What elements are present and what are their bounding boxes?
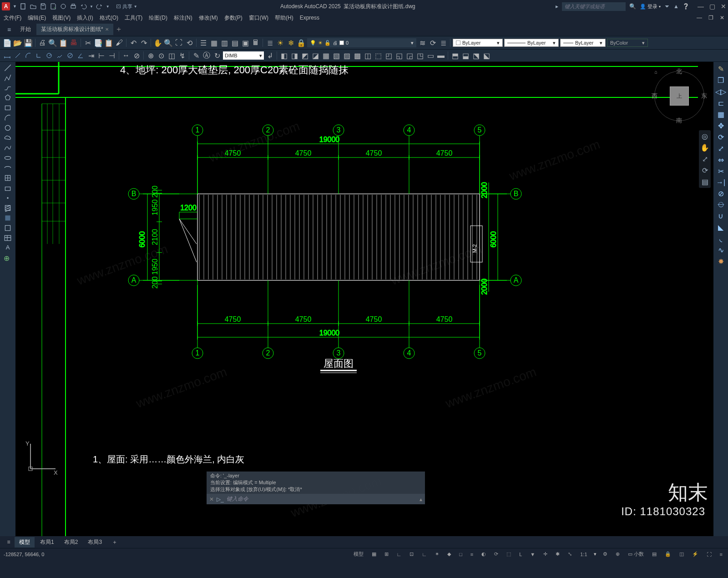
dynamic-input-icon[interactable]: ⊡ xyxy=(408,550,415,558)
dim-aligned-icon[interactable] xyxy=(13,51,22,60)
tool-n-icon[interactable]: ◳ xyxy=(415,51,425,60)
redo-dropdown-icon[interactable]: ▼ xyxy=(106,5,110,9)
polygon-icon[interactable] xyxy=(4,94,12,102)
login-button[interactable]: 👤 登录 ▾ xyxy=(640,3,661,10)
undo-icon[interactable] xyxy=(80,3,87,10)
tab-hamburger-icon[interactable]: ≡ xyxy=(4,24,15,35)
command-line[interactable]: ✕ ▷_ 键入命令 ▴ xyxy=(207,494,425,504)
polar-icon[interactable]: ✶ xyxy=(433,550,441,558)
color-dropdown[interactable]: ByLayer▾ xyxy=(453,39,503,47)
zoom-prev-icon[interactable]: ⟲ xyxy=(185,38,194,47)
undo-dropdown-icon[interactable]: ▼ xyxy=(90,5,93,9)
viewcube-west[interactable]: 西 xyxy=(652,92,657,100)
tool-f-icon[interactable]: ▧ xyxy=(332,51,341,60)
3dosnap-icon[interactable]: ⬚ xyxy=(505,550,513,558)
tool-m-icon[interactable]: ◲ xyxy=(405,51,414,60)
minimize-icon[interactable]: — xyxy=(698,3,704,10)
viewcube-top[interactable]: 上 xyxy=(670,86,689,106)
ortho-icon[interactable]: ∟ xyxy=(420,551,429,558)
search-caret-icon[interactable]: ▸ xyxy=(556,3,558,10)
new-icon[interactable]: 📄 xyxy=(3,38,12,47)
cycling-icon[interactable]: ⟳ xyxy=(492,550,500,558)
quickprops-icon[interactable]: ▤ xyxy=(650,550,658,558)
dim-ordinate-icon[interactable] xyxy=(34,51,43,60)
markup-icon[interactable]: ▣ xyxy=(241,38,250,47)
save-icon[interactable] xyxy=(40,3,47,10)
gradient-icon[interactable] xyxy=(4,214,12,222)
batch-plot-icon[interactable]: 🖶 xyxy=(69,38,78,47)
revcloud-icon[interactable] xyxy=(4,134,12,142)
trim-icon[interactable]: ✂ xyxy=(718,167,724,176)
modelspace-button[interactable]: 模型 xyxy=(352,550,365,558)
tab-layout1[interactable]: 布局1 xyxy=(35,537,59,548)
pline-icon[interactable] xyxy=(4,74,12,82)
mirror-icon[interactable]: ◁▷ xyxy=(715,87,726,96)
tool-b-icon[interactable]: ◨ xyxy=(290,51,299,60)
lock-ui-icon[interactable]: 🔒 xyxy=(663,550,673,558)
arc-icon[interactable] xyxy=(4,114,12,122)
break-point-icon[interactable]: ⊘ xyxy=(718,189,724,198)
menu-help[interactable]: 帮助(H) xyxy=(275,14,293,22)
dim-linear-icon[interactable] xyxy=(3,51,12,60)
tool-p-icon[interactable]: ▬ xyxy=(436,51,445,60)
tab-new-icon[interactable]: ＋ xyxy=(114,25,123,34)
jogline-icon[interactable]: ↯ xyxy=(177,51,187,60)
snap-icon[interactable]: ⊞ xyxy=(383,550,390,558)
layer-freeze-icon[interactable]: ❄ xyxy=(286,38,295,47)
join-icon[interactable]: ∪ xyxy=(718,212,723,220)
dim-break-icon[interactable]: ⊘ xyxy=(132,51,141,60)
close-icon[interactable]: ✕ xyxy=(721,3,726,10)
workspace-icon[interactable]: ⚙ xyxy=(601,550,609,558)
dim-edit-icon[interactable]: ✎ xyxy=(192,51,201,60)
fillet-icon[interactable]: ◟ xyxy=(719,234,722,243)
drawing-canvas[interactable]: www.znzmo.com www.znzmo.com www.znzmo.co… xyxy=(15,62,713,536)
viewcube-east[interactable]: 东 xyxy=(701,92,707,100)
dimstyle-dropdown[interactable]: DIMB▾ xyxy=(223,51,264,60)
saveas-icon[interactable] xyxy=(50,3,57,10)
autodesk-app-icon[interactable]: ⏷ xyxy=(664,3,670,10)
menu-parametric[interactable]: 参数(P) xyxy=(224,14,243,22)
properties-icon[interactable]: ☰ xyxy=(199,38,208,47)
dyn-ucs-icon[interactable]: L xyxy=(517,551,524,558)
insert-icon[interactable] xyxy=(4,174,12,182)
search-input[interactable]: 键入关键字或短语 xyxy=(562,2,626,11)
command-window[interactable]: 命令: '_-layer 当前设置: 编辑模式 = Multiple 选择注释对… xyxy=(207,472,425,504)
tab-start[interactable]: 开始 xyxy=(15,24,35,35)
inspect-icon[interactable]: ◫ xyxy=(167,51,176,60)
dc-icon[interactable]: ▦ xyxy=(209,38,218,47)
save-icon[interactable]: 💾 xyxy=(24,38,33,47)
menu-insert[interactable]: 插入(I) xyxy=(77,14,93,22)
transparency-icon[interactable]: ◐ xyxy=(480,550,488,558)
autoscale-icon[interactable]: ⤡ xyxy=(566,550,574,558)
chamfer-icon[interactable]: ◣ xyxy=(718,223,723,232)
menu-window[interactable]: 窗口(W) xyxy=(249,14,268,22)
dim-diameter-icon[interactable] xyxy=(66,51,75,60)
command-input[interactable]: 键入命令 xyxy=(227,495,248,503)
close-command-icon[interactable]: ✕ xyxy=(209,496,214,502)
menu-draw[interactable]: 绘图(D) xyxy=(149,14,167,22)
layer-prev-icon[interactable]: ⟳ xyxy=(428,38,437,47)
menu-file[interactable]: 文件(F) xyxy=(4,14,21,22)
layer-state-icon[interactable]: ≣ xyxy=(439,38,448,47)
open-icon[interactable] xyxy=(30,3,37,10)
layout-menu-icon[interactable]: ≡ xyxy=(4,539,14,545)
hatch-icon[interactable] xyxy=(4,204,12,212)
pan-icon[interactable]: ✋ xyxy=(700,143,709,152)
tool-g-icon[interactable]: ▨ xyxy=(342,51,351,60)
offset-icon[interactable]: ⊏ xyxy=(718,99,724,107)
grid-icon[interactable]: ▦ xyxy=(370,550,378,558)
customize-icon[interactable]: ≡ xyxy=(718,551,724,558)
quickcalc-icon[interactable]: 🖩 xyxy=(251,38,260,47)
viewcube-south[interactable]: 南 xyxy=(676,117,682,125)
open-icon[interactable]: 📂 xyxy=(13,38,22,47)
line-icon[interactable] xyxy=(4,64,12,72)
gizmo-icon[interactable]: ✛ xyxy=(541,550,549,558)
menu-tools[interactable]: 工具(T) xyxy=(125,14,142,22)
help-icon[interactable]: ❔ xyxy=(682,3,689,10)
share-button[interactable]: ⮹ 共享 ▼ xyxy=(113,2,140,11)
menu-edit[interactable]: 编辑(E) xyxy=(28,14,46,22)
lineweight-dropdown[interactable]: ByLayer▾ xyxy=(560,39,606,47)
tab-model[interactable]: 模型 xyxy=(15,537,35,548)
zoom-extents-icon[interactable]: ⤢ xyxy=(702,155,708,163)
clean-screen-icon[interactable]: ⛶ xyxy=(705,551,713,558)
